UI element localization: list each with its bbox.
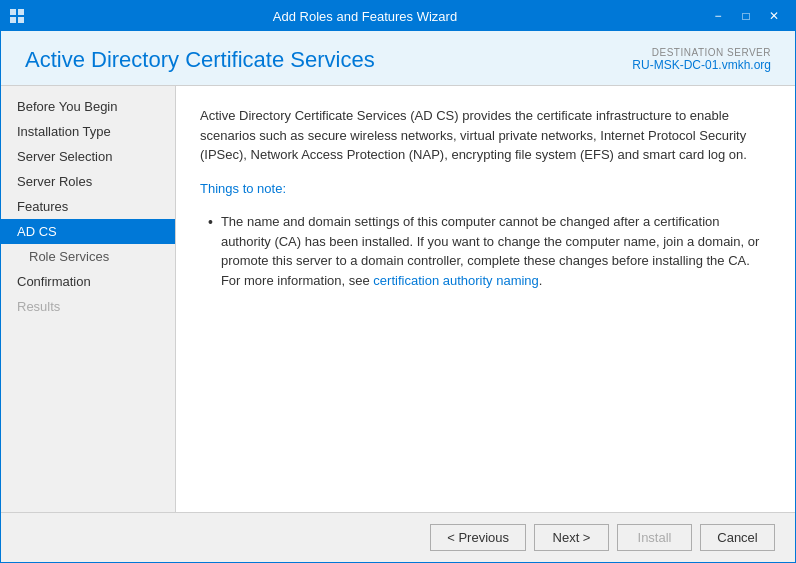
sidebar-item-before-you-begin[interactable]: Before You Begin — [1, 94, 175, 119]
things-to-note-label: Things to note: — [200, 179, 771, 199]
next-button[interactable]: Next > — [534, 524, 609, 551]
maximize-button[interactable]: □ — [733, 6, 759, 26]
sidebar-item-features[interactable]: Features — [1, 194, 175, 219]
body: Before You Begin Installation Type Serve… — [1, 86, 795, 512]
sidebar-item-results: Results — [1, 294, 175, 319]
bullet-text-1: The name and domain settings of this com… — [221, 212, 771, 290]
titlebar: Add Roles and Features Wizard − □ ✕ — [1, 1, 795, 31]
sidebar-item-server-selection[interactable]: Server Selection — [1, 144, 175, 169]
sidebar-item-role-services[interactable]: Role Services — [1, 244, 175, 269]
install-button[interactable]: Install — [617, 524, 692, 551]
previous-button[interactable]: < Previous — [430, 524, 526, 551]
server-value: RU-MSK-DC-01.vmkh.org — [632, 58, 771, 72]
sidebar: Before You Begin Installation Type Serve… — [1, 86, 176, 512]
page-title: Active Directory Certificate Services — [25, 47, 375, 73]
svg-rect-1 — [18, 9, 24, 15]
sidebar-item-adcs[interactable]: AD CS — [1, 219, 175, 244]
sidebar-item-server-roles[interactable]: Server Roles — [1, 169, 175, 194]
sidebar-item-confirmation[interactable]: Confirmation — [1, 269, 175, 294]
bullet-item-1: • The name and domain settings of this c… — [208, 212, 771, 290]
sidebar-item-installation-type[interactable]: Installation Type — [1, 119, 175, 144]
description-text: Active Directory Certificate Services (A… — [200, 106, 771, 165]
server-info: DESTINATION SERVER RU-MSK-DC-01.vmkh.org — [632, 47, 771, 72]
svg-rect-2 — [10, 17, 16, 23]
bullet-symbol: • — [208, 212, 213, 233]
window-controls: − □ ✕ — [705, 6, 787, 26]
page-header: Active Directory Certificate Services DE… — [1, 31, 795, 86]
window-icon — [9, 8, 25, 24]
window-title: Add Roles and Features Wizard — [25, 9, 705, 24]
content-area: Active Directory Certificate Services (A… — [176, 86, 795, 512]
close-button[interactable]: ✕ — [761, 6, 787, 26]
cancel-button[interactable]: Cancel — [700, 524, 775, 551]
svg-rect-0 — [10, 9, 16, 15]
cert-authority-link[interactable]: certification authority naming — [373, 273, 538, 288]
main-window: Add Roles and Features Wizard − □ ✕ Acti… — [0, 0, 796, 563]
minimize-button[interactable]: − — [705, 6, 731, 26]
server-label: DESTINATION SERVER — [632, 47, 771, 58]
footer: < Previous Next > Install Cancel — [1, 512, 795, 562]
svg-rect-3 — [18, 17, 24, 23]
